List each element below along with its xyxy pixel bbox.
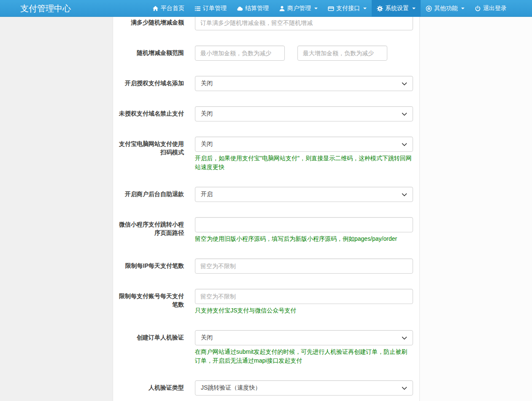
random-amount-threshold-input[interactable] [195,17,413,30]
settings-panel: 满多少随机增减金额随机增减金额范围开启授权支付域名添加关闭未授权支付域名禁止支付… [113,17,420,401]
chevron-down-icon [402,334,407,340]
form-row-alipay-pc-qrcode-mode: 支付宝电脑网站支付使用扫码模式关闭开启后，如果使用支付宝"电脑网站支付"，则直接… [113,137,419,172]
field-label: 支付宝电脑网站支付使用扫码模式 [113,137,184,156]
form-row-order-captcha: 创建订单人机验证关闭在商户网站通过submit发起支付的时候，可先进行人机验证再… [113,330,419,365]
nav-item-label: 系统设置 [385,5,409,12]
main-nav: 平台首页订单管理结算管理商户管理支付接口系统设置其他功能退出登录 [147,0,512,16]
nav-item-pay-interface[interactable]: 支付接口 [323,0,372,17]
nav-item-merchant-manage[interactable]: 商户管理 [274,0,323,17]
nav-item-other-functions[interactable]: 其他功能 [421,0,470,17]
field-control-zone: JS跳转验证（速度快） [195,380,413,396]
form-row-account-daily-pay-limit: 限制每支付账号每天支付笔数只支持支付宝JS支付与微信公众号支付 [113,289,419,315]
random-amount-range-input-min[interactable] [195,46,285,61]
chevron-down-icon [402,110,407,116]
chevron-down-icon [402,191,407,196]
field-help-text: 留空为使用旧版小程序源码，填写后为新版小程序源码，例如pages/pay/ord… [195,234,413,243]
form-row-unauth-domain-block: 未授权支付域名禁止支付关闭 [113,106,419,121]
list-icon [194,5,201,12]
field-label: 创建订单人机验证 [113,330,184,342]
nav-item-label: 其他功能 [434,5,458,12]
field-label: 限制每支付账号每天支付笔数 [113,289,184,309]
nav-item-order-manage[interactable]: 订单管理 [189,0,232,17]
field-control-zone: 开启 [195,187,413,202]
field-label: 未授权支付域名禁止支付 [113,106,184,118]
alipay-pc-qrcode-mode-select[interactable]: 关闭 [195,137,413,152]
caret-down-icon [314,8,318,9]
nav-item-label: 结算管理 [245,5,269,12]
form-row-wxmini-page-path: 微信小程序支付跳转小程序页面路径留空为使用旧版小程序源码，填写后为新版小程序源码… [113,217,419,243]
field-control-zone [195,258,413,274]
nav-item-label: 支付接口 [336,5,360,12]
chevron-down-icon [402,141,407,146]
caret-down-icon [461,8,464,9]
page-background-left [0,17,113,401]
settings-form: 满多少随机增减金额随机增减金额范围开启授权支付域名添加关闭未授权支付域名禁止支付… [113,17,419,396]
field-help-text: 开启后，如果使用支付宝"电脑网站支付"，则直接显示二维码，这种模式下跳转回网站速… [195,154,413,172]
caret-down-icon [363,8,367,9]
merchant-self-refund-select[interactable]: 开启 [195,187,413,202]
field-label: 开启授权支付域名添加 [113,76,184,87]
field-label: 人机验证类型 [113,380,184,392]
captcha-type-select[interactable]: JS跳转验证（速度快） [195,380,413,396]
field-control-zone [195,46,413,61]
field-help-text: 只支持支付宝JS支付与微信公众号支付 [195,306,413,315]
form-row-captcha-type: 人机验证类型JS跳转验证（速度快） [113,380,419,396]
nav-item-platform-home[interactable]: 平台首页 [147,0,189,17]
cloud-icon [237,5,243,12]
field-label: 限制每IP每天支付笔数 [113,258,184,270]
field-control-zone: 关闭开启后，如果使用支付宝"电脑网站支付"，则直接显示二维码，这种模式下跳转回网… [195,137,413,172]
caret-down-icon [412,8,416,9]
select-value: 开启 [201,191,213,198]
wxmini-page-path-input[interactable] [195,217,413,232]
gear-icon [377,5,383,12]
field-label: 随机增减金额范围 [113,46,184,57]
cube-circle-icon [426,5,432,12]
unauth-domain-block-select[interactable]: 关闭 [195,106,413,121]
form-row-random-amount-range: 随机增减金额范围 [113,46,419,61]
app-title[interactable]: 支付管理中心 [0,0,71,16]
nav-item-label: 退出登录 [483,5,507,12]
user-icon [279,5,285,12]
field-control-zone [195,17,413,30]
nav-item-label: 商户管理 [287,5,311,12]
select-value: 关闭 [201,140,213,148]
select-value: 关闭 [201,334,213,342]
form-row-ip-daily-pay-limit: 限制每IP每天支付笔数 [113,258,419,274]
field-label: 开启商户后台自助退款 [113,187,184,198]
form-row-random-amount-threshold: 满多少随机增减金额 [113,17,419,30]
form-row-auth-pay-domain-add: 开启授权支付域名添加关闭 [113,76,419,91]
form-row-merchant-self-refund: 开启商户后台自助退款开启 [113,187,419,202]
chevron-down-icon [402,80,407,86]
field-control-zone: 留空为使用旧版小程序源码，填写后为新版小程序源码，例如pages/pay/ord… [195,217,413,243]
field-control-zone: 只支持支付宝JS支付与微信公众号支付 [195,289,413,315]
field-label: 满多少随机增减金额 [113,17,184,27]
auth-pay-domain-add-select[interactable]: 关闭 [195,76,413,91]
nav-item-settle-manage[interactable]: 结算管理 [232,0,274,17]
top-navbar: 支付管理中心 平台首页订单管理结算管理商户管理支付接口系统设置其他功能退出登录 [0,0,532,17]
nav-item-system-settings[interactable]: 系统设置 [372,0,421,17]
field-control-zone: 关闭 [195,76,413,91]
select-value: 关闭 [201,80,213,87]
nav-item-logout[interactable]: 退出登录 [470,0,512,17]
account-daily-pay-limit-input[interactable] [195,289,413,304]
nav-item-label: 订单管理 [203,5,227,12]
field-control-zone: 关闭在商户网站通过submit发起支付的时候，可先进行人机验证再创建订单，防止被… [195,330,413,365]
random-amount-range-input-max[interactable] [297,46,387,61]
nav-item-label: 平台首页 [161,5,184,12]
ip-daily-pay-limit-input[interactable] [195,258,413,274]
field-help-text: 在商户网站通过submit发起支付的时候，可先进行人机验证再创建订单，防止被刷订… [195,347,413,365]
field-input-pair [195,46,413,61]
power-icon [475,5,481,12]
credit-card-icon [328,5,334,12]
chevron-down-icon [402,385,407,390]
field-label: 微信小程序支付跳转小程序页面路径 [113,217,184,237]
select-value: 关闭 [201,110,213,118]
select-value: JS跳转验证（速度快） [201,384,261,392]
home-icon [152,5,159,12]
order-captcha-select[interactable]: 关闭 [195,330,413,345]
field-control-zone: 关闭 [195,106,413,121]
